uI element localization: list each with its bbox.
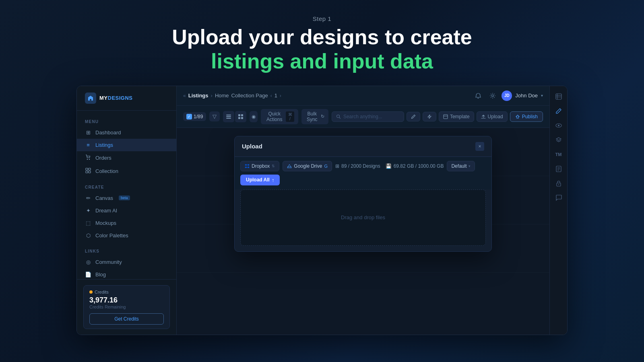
right-panel-edit-icon[interactable] <box>552 105 565 117</box>
right-panel: TM <box>549 86 567 335</box>
svg-rect-5 <box>89 171 91 173</box>
drop-zone[interactable]: Drag and drop files <box>240 189 486 246</box>
sidebar-item-community[interactable]: ◎ Community <box>77 256 176 268</box>
select-all-checkbox[interactable]: ✓ <box>186 114 192 119</box>
edit-icon <box>411 114 416 119</box>
username-label[interactable]: John Doe <box>515 93 538 99</box>
breadcrumb-prev-icon[interactable]: ‹ <box>270 93 272 99</box>
sidebar-item-mockups[interactable]: ⬚ Mockups <box>77 217 176 229</box>
mockups-icon: ⬚ <box>85 220 91 226</box>
dropbox-button[interactable]: Dropbox ⇅ <box>240 161 279 171</box>
toolbar: ✓ 1/89 ▽ <box>177 106 549 128</box>
status-filter-button[interactable]: ◉ <box>250 111 258 122</box>
publish-button[interactable]: Publish <box>510 111 543 122</box>
select-all-group[interactable]: ✓ 1/89 <box>183 112 206 121</box>
default-select[interactable]: Default ▾ <box>447 161 475 171</box>
bulk-sync-label: Bulk Sync <box>305 111 319 122</box>
quick-actions-button[interactable]: Quick Actions ⌘ / <box>261 109 298 124</box>
filter-button[interactable]: ▽ <box>209 111 220 121</box>
search-box[interactable]: Search anything... <box>332 111 404 122</box>
topbar-actions: JD John Doe ▾ <box>473 90 543 101</box>
sidebar-item-dream-ai-label: Dream AI <box>95 208 117 214</box>
dashboard-icon: ⊞ <box>85 130 91 136</box>
modal-header: Upload × <box>235 136 491 157</box>
lightning-icon <box>427 114 432 119</box>
svg-rect-11 <box>241 114 243 116</box>
create-section-label: CREATE <box>77 182 176 192</box>
upload-all-button[interactable]: Upload All ↑ <box>240 175 280 185</box>
edit-button[interactable] <box>407 112 420 121</box>
svg-rect-12 <box>238 117 240 119</box>
sidebar-nav: MENU ⊞ Dashboard ≡ Listings Orders <box>77 111 176 279</box>
sidebar-item-canvas-label: Canvas <box>95 195 113 201</box>
google-icon: G <box>324 164 328 169</box>
breadcrumb-number: 1 <box>275 93 277 99</box>
svg-rect-16 <box>444 116 448 116</box>
lightning-button[interactable] <box>423 112 436 121</box>
svg-rect-9 <box>226 118 231 119</box>
svg-rect-2 <box>86 168 88 170</box>
sidebar-footer: Credits 3,977.16 Credits Remaining Get C… <box>77 279 176 335</box>
breadcrumb-collapse-icon[interactable]: « <box>183 93 186 99</box>
modal-close-button[interactable]: × <box>475 142 484 151</box>
svg-rect-8 <box>226 116 231 117</box>
collection-icon <box>85 168 91 175</box>
list-view-button[interactable] <box>223 111 234 122</box>
bulk-sync-button[interactable]: Bulk Sync ↻ <box>301 109 328 124</box>
breadcrumb-home[interactable]: Home <box>215 93 229 99</box>
sidebar-item-orders-label: Orders <box>95 155 111 161</box>
notifications-button[interactable] <box>473 90 484 101</box>
right-panel-chat-icon[interactable] <box>552 191 565 204</box>
credits-label: Credits <box>89 290 164 294</box>
svg-point-22 <box>558 125 559 126</box>
sync-icon: ↻ <box>321 114 324 119</box>
breadcrumb-page[interactable]: Collection Page <box>231 93 268 99</box>
right-panel-doc-icon[interactable] <box>552 162 565 175</box>
sidebar-item-orders[interactable]: Orders <box>77 151 176 165</box>
credits-remaining-label: Credits Remaining <box>89 304 164 309</box>
logo-icon <box>85 93 96 104</box>
google-drive-button[interactable]: Google Drive G <box>283 161 332 171</box>
sidebar-logo[interactable]: MYDESIGNS <box>77 86 176 111</box>
settings-button[interactable] <box>487 90 498 101</box>
logo-text: MYDESIGNS <box>99 95 133 101</box>
sidebar-item-color-palettes[interactable]: ⬡ Color Palettes <box>77 229 176 242</box>
right-panel-table-icon[interactable] <box>552 90 565 103</box>
upload-button[interactable]: Upload <box>477 111 508 122</box>
breadcrumb: « Listings › Home Collection Page ‹ 1 › <box>183 93 281 99</box>
sidebar-item-collection[interactable]: Collection <box>77 165 176 178</box>
sidebar-item-listings-label: Listings <box>95 142 113 148</box>
grid-view-button[interactable] <box>235 111 246 122</box>
step-label: Step 1 <box>0 15 644 22</box>
template-button[interactable]: Template <box>439 111 474 122</box>
sidebar-item-listings[interactable]: ≡ Listings <box>77 139 176 151</box>
svg-rect-15 <box>444 115 448 119</box>
modal-toolbar: Dropbox ⇅ Google Drive G ⊞ <box>235 157 491 189</box>
breadcrumb-next-icon[interactable]: › <box>280 93 281 99</box>
right-panel-lock-icon[interactable] <box>552 177 565 190</box>
orders-icon <box>85 154 91 161</box>
breadcrumb-nav: ‹ 1 › <box>270 93 281 99</box>
breadcrumb-listings[interactable]: Listings <box>188 93 208 99</box>
sidebar-item-canvas[interactable]: ✏ Canvas beta <box>77 192 176 204</box>
right-panel-layers-icon[interactable] <box>552 134 565 146</box>
svg-point-25 <box>558 184 559 185</box>
sidebar-item-blog-label: Blog <box>95 272 106 278</box>
links-section-label: LINKS <box>77 246 176 256</box>
dropbox-chevron: ⇅ <box>272 164 275 168</box>
listings-icon: ≡ <box>85 142 91 148</box>
sidebar-item-blog[interactable]: 📄 Blog <box>77 268 176 279</box>
search-placeholder: Search anything... <box>343 114 382 119</box>
sidebar-item-dream-ai[interactable]: ✦ Dream AI <box>77 204 176 217</box>
get-credits-button[interactable]: Get Credits <box>89 313 164 325</box>
dream-ai-icon: ✦ <box>85 208 91 214</box>
right-panel-eye-icon[interactable] <box>552 119 565 132</box>
toolbar-right: Search anything... <box>332 111 543 122</box>
hero-section: Step 1 Upload your designs to create lis… <box>0 0 644 86</box>
svg-point-6 <box>492 95 494 97</box>
user-dropdown-icon[interactable]: ▾ <box>541 93 543 98</box>
canvas-icon: ✏ <box>85 195 91 201</box>
sidebar-item-dashboard[interactable]: ⊞ Dashboard <box>77 126 176 139</box>
dropbox-icon <box>245 164 250 169</box>
right-panel-text-icon[interactable]: TM <box>552 148 565 161</box>
